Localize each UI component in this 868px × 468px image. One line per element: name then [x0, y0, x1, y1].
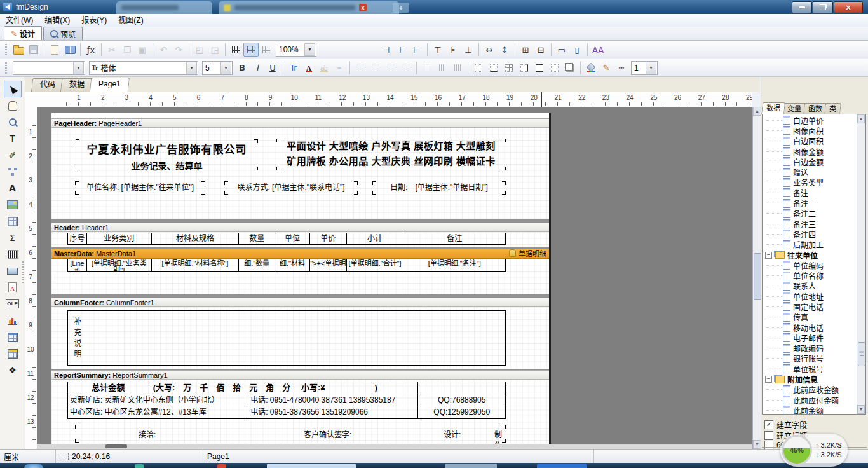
band-reportsummary-title[interactable]: ReportSummary: ReportSummary1 — [51, 370, 549, 380]
tree-field[interactable]: 备注 — [763, 188, 857, 198]
band-masterdata[interactable]: MasterData: MasterData1 单据明细 — [51, 249, 549, 294]
detail-data-row[interactable]: [Line #][单据明细."业务类别"][单据明细."材料名称"]细."数量细… — [67, 259, 506, 272]
taskbar-window-button[interactable] — [267, 464, 356, 468]
menu-item-3[interactable]: 视图(Z) — [112, 15, 149, 27]
data-field-cell[interactable]: [单据明细."备注"] — [403, 259, 505, 271]
design-canvas[interactable]: PageHeader: PageHeader1 Header: Header1 … — [37, 107, 752, 449]
picture-object-tool[interactable] — [4, 196, 22, 213]
font-name-combo[interactable]: Tr楷体▾ — [89, 61, 198, 75]
crosstab-object-tool[interactable] — [4, 329, 22, 345]
tree-field[interactable]: 电子邮件 — [763, 333, 857, 343]
toolbar-grip[interactable] — [5, 62, 7, 74]
report-structure-tool[interactable] — [4, 163, 22, 180]
shape-object-tool[interactable] — [4, 263, 22, 279]
usage-gauge[interactable]: 45% — [782, 435, 812, 465]
hand-tool[interactable] — [4, 97, 22, 114]
chart-object-tool[interactable] — [4, 312, 22, 329]
tree-node[interactable]: −附加信息 — [763, 374, 857, 384]
border-shadow-button[interactable] — [562, 61, 578, 75]
text-edit-tool[interactable]: T — [4, 130, 22, 147]
open-button[interactable] — [11, 43, 26, 57]
tree-field[interactable]: 此前应收金额 — [763, 385, 857, 395]
data-field-cell[interactable]: [Line #] — [68, 259, 87, 271]
tree-field[interactable]: 白边面积 — [763, 136, 857, 146]
canvas-vertical-scrollbar[interactable]: ▲ ▼ — [752, 107, 761, 449]
border-dotted-button[interactable] — [471, 61, 486, 75]
tree-field[interactable]: 银行账号 — [763, 354, 857, 364]
snap-to-grid-button[interactable] — [243, 43, 259, 57]
horizontal-scroll-thumb[interactable] — [105, 444, 127, 448]
underline-button[interactable]: U — [265, 61, 280, 75]
line-color-button[interactable]: ✎ — [599, 61, 614, 75]
sum-object-tool[interactable]: Σ — [4, 230, 22, 246]
store1-phone[interactable]: 电话: 0951-4780040 387361 13895385187 — [245, 394, 418, 406]
space-vertically-button[interactable]: ↕ — [497, 43, 512, 57]
border-bottom-button[interactable] — [486, 61, 501, 75]
panel-tab-data[interactable]: 数据 — [761, 102, 785, 114]
page-settings-button[interactable] — [47, 43, 62, 57]
minimize-button[interactable] — [792, 1, 812, 13]
border-none-button[interactable] — [547, 61, 562, 75]
align-bottoms-button[interactable]: ⊥ — [461, 43, 476, 57]
tab-close-icon[interactable]: x — [359, 4, 367, 11]
gridtable-object-tool[interactable] — [4, 345, 22, 362]
tree-field[interactable]: 赠送 — [763, 167, 857, 177]
line-width-combo[interactable]: 1▾ — [631, 61, 658, 75]
store2-address[interactable]: 中心区店: 中心区东龙公寓#12、#13车库 — [68, 406, 245, 418]
tab-design[interactable]: ✎ 设计 — [4, 26, 42, 40]
space-horizontally-button[interactable]: ↔ — [482, 43, 497, 57]
tree-field[interactable]: 邮政编码 — [763, 343, 857, 354]
tree-field[interactable]: 备注二 — [763, 209, 857, 219]
taskbar-icon[interactable] — [217, 464, 226, 468]
scroll-up-icon[interactable]: ▲ — [857, 114, 865, 123]
border-right-button[interactable] — [517, 61, 532, 75]
data-field-cell[interactable]: ">+<单据明 — [310, 259, 347, 271]
tab-data[interactable]: 数据 — [60, 78, 93, 92]
chevron-down-icon[interactable]: ▾ — [220, 62, 231, 74]
amount-in-words[interactable]: (大写: 万 千 佰 拾 元 角 分 小写:¥ ) — [149, 382, 419, 394]
menu-item-0[interactable]: 文件(W) — [0, 15, 39, 27]
band-columnfooter-title[interactable]: ColumnFooter: ColumnFooter1 — [51, 298, 549, 307]
toolbar-grip[interactable] — [5, 44, 7, 55]
tab-page1[interactable]: Page1 — [90, 78, 130, 92]
data-field-cell[interactable]: [单据明细."业务类别"] — [87, 259, 152, 271]
text-object-tool[interactable]: A — [4, 180, 22, 196]
band-masterdata-title[interactable]: MasterData: MasterData1 单据明细 — [51, 249, 549, 259]
store1-qq[interactable]: QQ:76888905 — [418, 394, 505, 406]
expression-builder-button[interactable]: ƒx — [83, 43, 98, 57]
contact-field[interactable]: 联系方式: [单据主体."联系电话"] — [224, 181, 358, 195]
panel-tab-classes[interactable]: 类 — [824, 103, 841, 114]
services-text-object[interactable]: 平面设计 大型喷绘 户外写真 展板灯箱 大型雕刻 矿用牌板 办公用品 大型庆典 … — [276, 139, 506, 170]
chevron-down-icon[interactable]: ▾ — [186, 62, 197, 74]
header-cell[interactable]: 备注 — [403, 233, 505, 244]
font-dialog-button[interactable]: Tr — [286, 61, 301, 75]
data-field-cell[interactable]: 细."材料 — [275, 259, 310, 271]
font-size-combo[interactable]: 5▾ — [202, 61, 233, 75]
ole-object-tool[interactable]: OLE — [4, 296, 22, 312]
data-dictionary-button[interactable] — [62, 43, 78, 57]
data-field-cell[interactable]: [单据明细."材料名称"] — [152, 259, 240, 271]
tree-field[interactable]: 单位名称 — [763, 270, 857, 280]
restore-button[interactable] — [813, 1, 833, 13]
band-pageheader-title[interactable]: PageHeader: PageHeader1 — [51, 118, 549, 128]
barcode-object-tool[interactable] — [4, 246, 22, 263]
band-header-title[interactable]: Header: Header1 — [51, 223, 549, 232]
store1-address[interactable]: 灵新矿店: 灵新矿文化中心东侧（小学向北） — [68, 394, 245, 406]
tree-scroll-thumb[interactable] — [858, 342, 865, 366]
splitter-handle[interactable] — [22, 261, 24, 283]
supplementary-note-box[interactable]: 补充说明 — [67, 310, 506, 366]
store2-phone[interactable]: 电话: 0951-3873656 13519209066 — [245, 406, 418, 418]
taskbar-window-button[interactable] — [537, 464, 587, 468]
new-tab-button[interactable]: + — [393, 3, 409, 13]
signature-row-object[interactable]: 接洽:客户确认签字:设计:制作: — [75, 425, 506, 443]
tree-field[interactable]: 备注一 — [763, 198, 857, 208]
border-all-button[interactable] — [532, 61, 547, 75]
taskbar-window-button[interactable] — [445, 464, 497, 468]
background-browser-tab-2[interactable]: x — [219, 1, 399, 14]
network-monitor-widget[interactable]: 45% ↑ 3.2K/S ↓ 3.2K/S — [780, 434, 848, 467]
tree-field[interactable]: 此前余额 — [763, 405, 857, 415]
tree-field[interactable]: 备注四 — [763, 229, 857, 239]
data-field-cell[interactable]: [单据明细."合计"] — [347, 259, 404, 271]
header-cell[interactable]: 业务类别 — [87, 233, 152, 244]
header-cell[interactable]: 小计 — [347, 233, 404, 244]
